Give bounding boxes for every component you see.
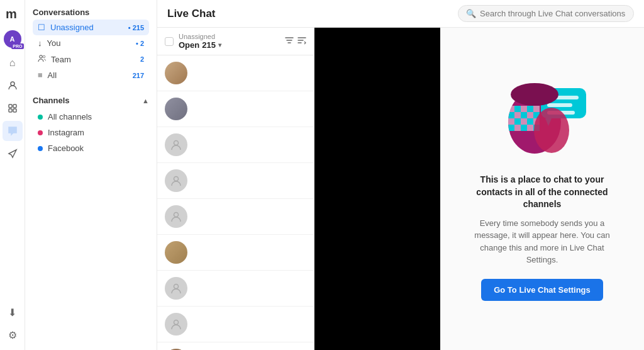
svg-rect-22 <box>514 112 521 118</box>
sidebar-item-you[interactable]: ↓ You • 2 <box>33 35 149 51</box>
svg-rect-17 <box>514 106 521 112</box>
status-chevron[interactable]: ▾ <box>218 42 221 48</box>
conv-item[interactable] <box>157 307 314 342</box>
svg-rect-20 <box>533 106 540 112</box>
channels-list: All channels Instagram Facebook <box>25 109 157 161</box>
empty-state-title: This is a place to chat to your contacts… <box>465 174 619 211</box>
svg-rect-19 <box>527 106 533 112</box>
avatar-placeholder <box>165 205 187 228</box>
team-label: Team <box>51 55 135 64</box>
home-icon[interactable]: ⌂ <box>3 53 23 73</box>
sidebar-item-instagram[interactable]: Instagram <box>33 125 149 140</box>
conv-item[interactable] <box>157 127 314 163</box>
instagram-label: Instagram <box>48 128 144 137</box>
all-count: 217 <box>133 72 144 79</box>
campaigns-icon[interactable] <box>3 98 23 118</box>
all-channels-dot <box>38 115 43 120</box>
all-icon: ≡ <box>38 71 43 80</box>
avatar-placeholder <box>165 133 187 156</box>
svg-rect-34 <box>527 125 533 131</box>
livechat-icon[interactable] <box>3 121 23 141</box>
download-icon[interactable]: ⬇ <box>3 302 23 322</box>
avatar <box>165 62 187 84</box>
unassigned-icon: ☐ <box>38 23 45 32</box>
status-count: 215 <box>202 40 216 50</box>
conv-header-info: Unassigned Open 215 ▾ <box>179 33 280 50</box>
sidebar-item-unassigned[interactable]: ☐ Unassigned • 215 <box>33 20 149 35</box>
conv-item[interactable] <box>157 342 314 350</box>
svg-rect-28 <box>521 118 527 125</box>
channels-title: Channels <box>33 96 70 105</box>
page-title: Live Chat <box>167 8 448 20</box>
channels-toggle[interactable]: ▲ <box>142 97 149 104</box>
avatar-placeholder <box>165 277 187 300</box>
svg-rect-29 <box>527 118 533 125</box>
svg-rect-32 <box>514 125 521 131</box>
svg-point-12 <box>174 320 179 325</box>
conversations-title: Conversations <box>33 8 149 17</box>
svg-rect-3 <box>13 104 16 108</box>
conversation-list: Unassigned Open 215 ▾ <box>157 28 314 350</box>
send-icon[interactable] <box>3 144 23 164</box>
team-icon <box>38 54 46 64</box>
icon-rail: m A PRO ⌂ ⬇ ⚙ <box>0 0 25 350</box>
svg-point-9 <box>174 177 179 181</box>
avatar-placeholder <box>165 313 187 336</box>
search-input[interactable] <box>480 9 626 18</box>
sidebar: Conversations ☐ Unassigned • 215 ↓ You •… <box>25 0 157 350</box>
svg-point-10 <box>174 213 179 217</box>
svg-rect-31 <box>508 125 514 131</box>
svg-point-41 <box>511 83 558 106</box>
team-count: 2 <box>140 55 144 63</box>
svg-rect-27 <box>514 118 521 125</box>
empty-state: This is a place to chat to your contacts… <box>465 77 619 301</box>
svg-rect-16 <box>508 106 514 112</box>
svg-rect-26 <box>508 118 514 125</box>
sidebar-item-all-channels[interactable]: All channels <box>33 109 149 125</box>
svg-rect-21 <box>508 112 514 118</box>
avatar-placeholder <box>165 169 187 192</box>
svg-rect-5 <box>13 109 16 112</box>
conversations-section: Conversations ☐ Unassigned • 215 ↓ You •… <box>25 0 157 88</box>
search-icon: 🔍 <box>466 9 476 18</box>
status-text: Open <box>179 40 199 50</box>
svg-text:m: m <box>6 7 17 21</box>
conv-header-status: Open 215 ▾ <box>179 40 280 50</box>
select-all-checkbox[interactable] <box>165 37 174 46</box>
conv-item[interactable] <box>157 235 314 271</box>
content-area: Unassigned Open 215 ▾ <box>157 28 644 350</box>
you-label: You <box>47 38 131 48</box>
svg-point-11 <box>174 285 179 289</box>
svg-rect-18 <box>521 106 527 112</box>
sort-icon[interactable] <box>297 36 306 47</box>
filter-icon[interactable] <box>285 36 294 47</box>
avatar <box>165 241 187 264</box>
svg-rect-4 <box>9 109 12 112</box>
conv-item[interactable] <box>157 271 314 307</box>
svg-rect-24 <box>527 112 533 118</box>
contacts-icon[interactable] <box>3 76 23 96</box>
cta-button[interactable]: Go To Live Chat Settings <box>481 279 603 301</box>
conv-header-actions <box>285 36 306 47</box>
conv-items <box>157 55 314 350</box>
conv-item[interactable] <box>157 199 314 235</box>
svg-rect-39 <box>547 103 572 107</box>
conv-item[interactable] <box>157 55 314 91</box>
you-icon: ↓ <box>38 38 42 48</box>
user-avatar[interactable]: A PRO <box>4 30 21 48</box>
conv-list-header: Unassigned Open 215 ▾ <box>157 28 314 55</box>
conversation-detail-panel <box>314 28 440 350</box>
conv-item[interactable] <box>157 163 314 199</box>
empty-state-illustration <box>492 77 592 159</box>
sidebar-item-all[interactable]: ≡ All 217 <box>33 67 149 83</box>
conv-item[interactable] <box>157 91 314 127</box>
sidebar-item-facebook[interactable]: Facebook <box>33 140 149 156</box>
search-bar[interactable]: 🔍 <box>458 5 634 22</box>
svg-point-42 <box>534 108 569 153</box>
facebook-dot <box>38 146 43 151</box>
settings-icon[interactable]: ⚙ <box>3 325 23 345</box>
sidebar-item-team[interactable]: Team 2 <box>33 51 149 67</box>
you-count: • 2 <box>136 40 144 47</box>
svg-point-7 <box>43 55 45 58</box>
conv-header-label: Unassigned <box>179 33 280 40</box>
